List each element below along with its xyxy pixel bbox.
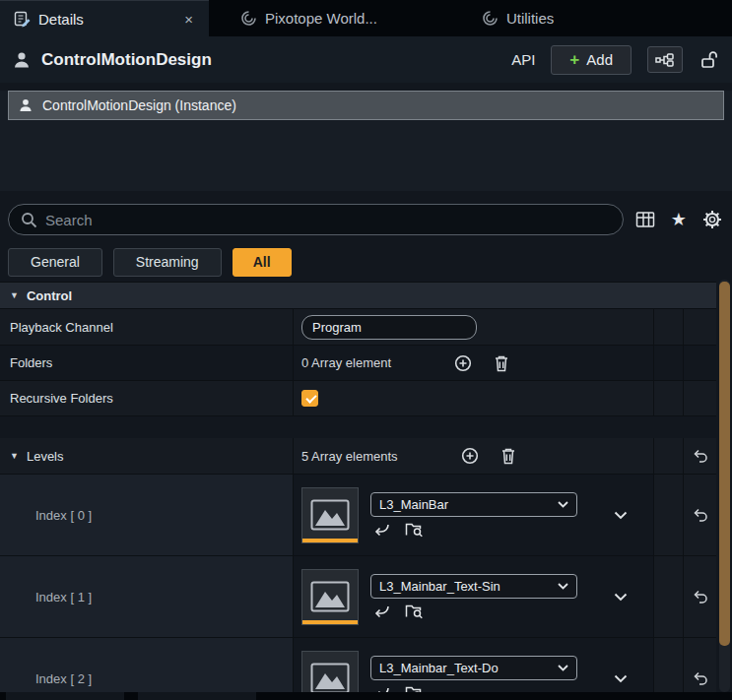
expand-row-icon[interactable] bbox=[614, 593, 628, 602]
chevron-down-icon bbox=[558, 665, 568, 671]
property-row-folders: Folders 0 Array element bbox=[0, 346, 716, 381]
use-selected-asset-icon[interactable] bbox=[372, 522, 390, 538]
tab-pixotope-world[interactable]: Pixotope World... bbox=[227, 0, 391, 36]
tab-label: Utilities bbox=[506, 10, 554, 27]
reset-to-default-icon[interactable] bbox=[693, 590, 708, 604]
search-icon bbox=[21, 212, 37, 228]
property-label: Folders bbox=[0, 346, 294, 380]
array-summary: 5 Array elements bbox=[301, 449, 398, 464]
settings-gear-icon[interactable] bbox=[702, 210, 722, 229]
asset-name: L3_MainBar bbox=[379, 497, 552, 512]
array-index-label: Index [ 1 ] bbox=[0, 556, 294, 637]
filter-streaming-button[interactable]: Streaming bbox=[113, 248, 222, 277]
browse-to-asset-icon[interactable] bbox=[405, 604, 424, 619]
details-header: ControlMotionDesign API + Add bbox=[0, 36, 732, 83]
scrollbar-thumb[interactable] bbox=[719, 282, 730, 646]
tab-label: Pixotope World... bbox=[265, 10, 377, 27]
tab-details[interactable]: Details × bbox=[0, 0, 209, 36]
property-row-recursive-folders: Recursive Folders bbox=[0, 381, 716, 416]
bottom-panel-tab bbox=[138, 692, 256, 700]
add-button-label: Add bbox=[586, 51, 613, 68]
playback-channel-input[interactable] bbox=[301, 315, 477, 340]
reset-to-default-icon[interactable] bbox=[693, 508, 708, 522]
filter-all-button[interactable]: All bbox=[233, 248, 292, 277]
expand-row-icon[interactable] bbox=[614, 511, 628, 520]
property-label: Recursive Folders bbox=[0, 381, 294, 415]
clear-array-trash-icon[interactable] bbox=[500, 447, 516, 465]
edit-blueprint-button[interactable] bbox=[647, 46, 683, 73]
filter-row: General Streaming All bbox=[0, 242, 732, 282]
unlocked-padlock-icon bbox=[700, 50, 718, 69]
chevron-down-icon bbox=[558, 583, 568, 590]
tab-bar: Details × Pixotope World... Utilities bbox=[0, 0, 732, 36]
details-tab-icon bbox=[14, 11, 31, 28]
property-label: Playback Channel bbox=[0, 309, 294, 345]
blueprint-node-icon bbox=[655, 53, 675, 67]
favorites-star-icon[interactable]: ★ bbox=[671, 211, 687, 228]
search-input[interactable] bbox=[45, 212, 611, 228]
thumbnail-accent-bar bbox=[302, 539, 358, 542]
category-label: Control bbox=[27, 288, 72, 303]
add-array-element-icon[interactable] bbox=[461, 447, 479, 465]
tab-label: Details bbox=[38, 11, 84, 28]
close-tab-icon[interactable]: × bbox=[182, 11, 195, 28]
collapse-triangle-icon[interactable]: ▼ bbox=[10, 451, 19, 461]
lock-details-button[interactable] bbox=[699, 50, 720, 69]
array-summary: 0 Array element bbox=[301, 355, 391, 370]
array-index-label: Index [ 0 ] bbox=[0, 475, 294, 555]
tab-utilities[interactable]: Utilities bbox=[468, 0, 567, 36]
asset-dropdown[interactable]: L3_Mainbar_Text-Do bbox=[370, 656, 577, 680]
world-spiral-icon bbox=[240, 10, 257, 27]
actor-pawn-icon bbox=[12, 50, 32, 70]
bottom-panel-edge bbox=[0, 692, 732, 700]
category-header-control[interactable]: ▼ Control bbox=[0, 283, 716, 309]
api-button[interactable]: API bbox=[511, 51, 535, 68]
instance-label: ControlMotionDesign (Instance) bbox=[42, 97, 236, 113]
vertical-scrollbar[interactable] bbox=[719, 280, 730, 692]
property-row-playback-channel: Playback Channel bbox=[0, 309, 716, 346]
property-label: Levels bbox=[27, 449, 64, 464]
page-title: ControlMotionDesign bbox=[41, 50, 212, 70]
row-spacer bbox=[0, 416, 716, 438]
array-index-label: Index [ 2 ] bbox=[0, 638, 294, 700]
level-array-item-1: Index [ 1 ] L3_Mainbar_Text-Sin bbox=[0, 556, 716, 638]
level-thumbnail[interactable] bbox=[301, 569, 359, 625]
property-grid: ▼ Control Playback Channel Folders 0 Arr… bbox=[0, 282, 716, 700]
add-component-button[interactable]: + Add bbox=[551, 45, 632, 75]
add-array-element-icon[interactable] bbox=[454, 354, 472, 372]
instance-row[interactable]: ControlMotionDesign (Instance) bbox=[8, 91, 724, 120]
level-thumbnail[interactable] bbox=[301, 487, 359, 543]
asset-name: L3_Mainbar_Text-Do bbox=[379, 661, 552, 675]
bottom-panel-tab bbox=[6, 692, 124, 700]
property-row-levels: ▼ Levels 5 Array elements bbox=[0, 438, 716, 475]
level-array-item-2: Index [ 2 ] L3_Mainbar_Text-Do bbox=[0, 638, 716, 700]
reset-to-default-icon[interactable] bbox=[693, 449, 708, 463]
expand-row-icon[interactable] bbox=[614, 674, 628, 683]
clear-array-trash-icon[interactable] bbox=[494, 354, 509, 372]
use-selected-asset-icon[interactable] bbox=[372, 604, 390, 619]
collapse-triangle-icon: ▼ bbox=[10, 290, 19, 300]
browse-to-asset-icon[interactable] bbox=[405, 522, 424, 538]
reset-to-default-icon[interactable] bbox=[693, 671, 708, 685]
chevron-down-icon bbox=[558, 501, 568, 508]
world-spiral-icon bbox=[482, 10, 499, 27]
asset-name: L3_Mainbar_Text-Sin bbox=[379, 579, 552, 594]
details-panel-window: Details × Pixotope World... Utilities bbox=[0, 0, 732, 700]
recursive-folders-checkbox[interactable] bbox=[301, 390, 318, 407]
search-row: ★ bbox=[0, 191, 732, 242]
actor-pawn-icon bbox=[18, 97, 33, 113]
search-box[interactable] bbox=[8, 204, 624, 235]
filter-general-button[interactable]: General bbox=[8, 248, 102, 277]
level-array-item-0: Index [ 0 ] L3_MainBar bbox=[0, 475, 716, 556]
asset-dropdown[interactable]: L3_MainBar bbox=[370, 492, 577, 517]
asset-dropdown[interactable]: L3_Mainbar_Text-Sin bbox=[370, 574, 577, 599]
property-matrix-icon[interactable] bbox=[635, 211, 655, 228]
components-tree: ControlMotionDesign (Instance) bbox=[0, 91, 732, 191]
thumbnail-accent-bar bbox=[302, 620, 358, 624]
plus-icon: + bbox=[569, 51, 579, 68]
